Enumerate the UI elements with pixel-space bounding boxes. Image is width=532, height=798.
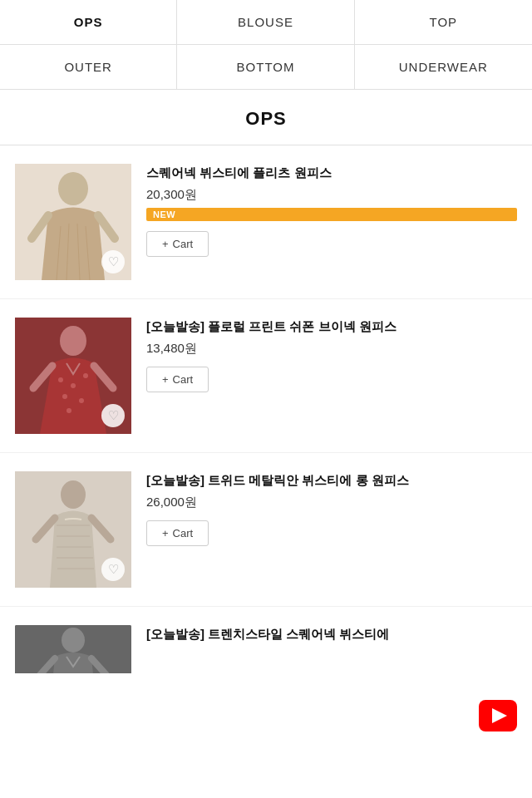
product-info-3: [오늘발송] 트위드 메탈릭안 뷔스티에 롱 원피스 26,000원 + Car… xyxy=(146,471,517,546)
product-name-3: [오늘발송] 트위드 메탈릭안 뷔스티에 롱 원피스 xyxy=(146,471,517,490)
product-price-1: 20,300원 xyxy=(146,187,517,203)
product-image-4 xyxy=(15,625,131,673)
product-name-4: [오늘발송] 트렌치스타일 스퀘어넥 뷔스티에 xyxy=(146,625,517,643)
wishlist-button-3[interactable]: ♡ xyxy=(101,558,125,581)
nav-item-underwear[interactable]: UNDERWEAR xyxy=(355,45,532,89)
product-info-2: [오늘발송] 플로럴 프린트 쉬폰 브이넥 원피스 13,480원 + Cart xyxy=(146,318,517,392)
wishlist-button-1[interactable]: ♡ xyxy=(101,250,125,273)
product-info-4: [오늘발송] 트렌치스타일 스퀘어넥 뷔스티에 xyxy=(146,625,517,643)
wishlist-button-2[interactable]: ♡ xyxy=(101,404,125,427)
cart-label-2: Cart xyxy=(173,373,194,386)
nav-item-outer[interactable]: OUTER xyxy=(0,45,177,89)
product-item: ♡ [오늘발송] 플로럴 프린트 쉬폰 브이넥 원피스 13,480원 + Ca… xyxy=(0,299,532,453)
nav-item-top[interactable]: TOP xyxy=(355,0,532,45)
add-to-cart-button-2[interactable]: + Cart xyxy=(146,367,209,392)
product-image-wrap-1: ♡ xyxy=(15,164,131,280)
product-name-1: 스퀘어넥 뷔스티에 플리츠 원피스 xyxy=(146,164,517,182)
nav-item-ops[interactable]: OPS xyxy=(0,0,177,45)
svg-point-11 xyxy=(71,383,76,388)
product-image-wrap-2: ♡ xyxy=(15,318,131,434)
new-badge-1: NEW xyxy=(146,208,517,221)
youtube-play-icon xyxy=(492,708,507,723)
product-item: ♡ 스퀘어넥 뷔스티에 플리츠 원피스 20,300원 NEW + Cart xyxy=(0,145,532,299)
product-name-2: [오늘발송] 플로럴 프린트 쉬폰 브이넥 원피스 xyxy=(146,318,517,336)
product-price-2: 13,480원 xyxy=(146,341,517,357)
youtube-button[interactable] xyxy=(479,700,517,732)
cart-label-3: Cart xyxy=(173,527,194,539)
product-info-1: 스퀘어넥 뷔스티에 플리츠 원피스 20,300원 NEW + Cart xyxy=(146,164,517,257)
svg-point-14 xyxy=(79,398,84,403)
cart-label-1: Cart xyxy=(173,238,194,250)
heart-icon-2: ♡ xyxy=(108,408,119,423)
cart-plus-icon-2: + xyxy=(162,373,169,386)
svg-point-28 xyxy=(62,628,85,653)
nav-item-bottom[interactable]: BOTTOM xyxy=(177,45,354,89)
product-illustration-4 xyxy=(15,625,131,673)
heart-icon-1: ♡ xyxy=(108,254,119,269)
category-nav: OPS BLOUSE TOP OUTER BOTTOM UNDERWEAR xyxy=(0,0,532,90)
add-to-cart-button-1[interactable]: + Cart xyxy=(146,231,209,257)
svg-point-15 xyxy=(66,408,71,413)
heart-icon-3: ♡ xyxy=(108,562,119,577)
cart-plus-icon-3: + xyxy=(162,527,169,539)
product-list: ♡ 스퀘어넥 뷔스티에 플리츠 원피스 20,300원 NEW + Cart xyxy=(0,145,532,673)
svg-point-19 xyxy=(61,480,86,509)
svg-point-10 xyxy=(58,377,63,382)
nav-item-blouse[interactable]: BLOUSE xyxy=(177,0,354,45)
svg-point-13 xyxy=(62,394,67,399)
product-image-wrap-3: ♡ xyxy=(15,471,131,588)
product-item: ♡ [오늘발송] 트위드 메탈릭안 뷔스티에 롱 원피스 26,000원 + C… xyxy=(0,453,532,607)
add-to-cart-button-3[interactable]: + Cart xyxy=(146,520,209,546)
product-price-3: 26,000원 xyxy=(146,495,517,510)
svg-point-12 xyxy=(83,373,88,378)
svg-point-9 xyxy=(60,326,86,356)
category-title: OPS xyxy=(0,90,532,145)
cart-plus-icon-1: + xyxy=(162,238,169,250)
product-item-partial: [오늘발송] 트렌치스타일 스퀘어넥 뷔스티에 xyxy=(0,607,532,673)
svg-point-1 xyxy=(58,172,88,205)
